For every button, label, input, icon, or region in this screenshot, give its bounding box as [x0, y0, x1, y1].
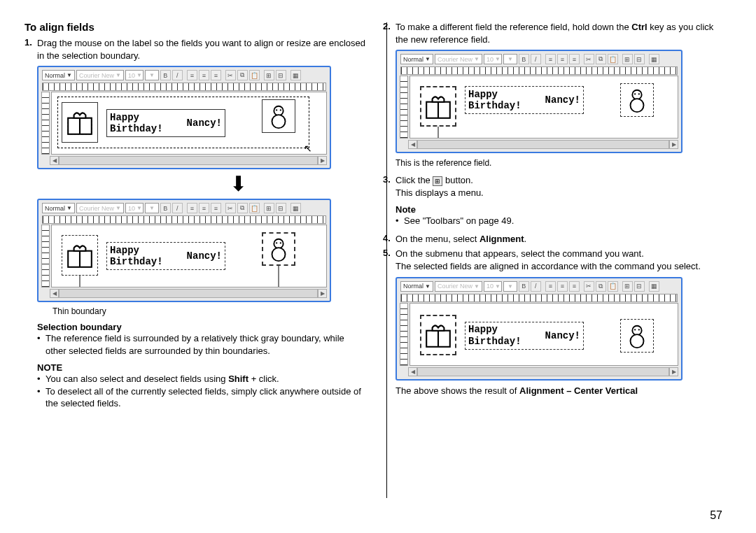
- step-number: 4.: [383, 233, 396, 246]
- screenshot-drag-selection: Normal▼ Courier New▼ 10▼ ▼ B / ≡ ≡ ≡ ✂ ⧉…: [37, 66, 331, 169]
- font-select: Courier New▼: [76, 203, 124, 213]
- vertical-ruler: [400, 76, 408, 138]
- label-canvas: Happy Birthday!Nancy!: [51, 225, 327, 287]
- horizontal-scrollbar: ◀▶: [408, 140, 678, 149]
- svg-point-9: [274, 239, 283, 248]
- svg-point-5: [276, 109, 277, 111]
- cut-icon: ✂: [225, 70, 236, 80]
- gift-icon: [65, 108, 94, 137]
- note-heading: Note: [396, 204, 726, 215]
- step-text: To make a different field the reference …: [396, 21, 726, 45]
- copy-icon: ⧉: [596, 281, 606, 292]
- horizontal-ruler: [42, 83, 326, 91]
- label-canvas: Happy Birthday!Nancy!: [410, 303, 678, 366]
- screenshot-alignment-result: Normal▼ Courier New▼ 10▼ ▼ B / ≡ ≡ ≡ ✂ ⧉…: [396, 277, 682, 381]
- gift-icon: [424, 92, 453, 121]
- section-heading: To align fields: [24, 21, 368, 33]
- tool-icon-2: ⊟: [276, 203, 286, 213]
- tool-icon: ⊞: [264, 70, 274, 80]
- align-left-icon: ≡: [187, 203, 197, 213]
- down-arrow-icon: ⬇: [108, 173, 368, 194]
- italic-icon: /: [172, 70, 183, 80]
- screenshot-selected: Normal▼ Courier New▼ 10▼ ▼ B / ≡ ≡ ≡ ✂ ⧉…: [37, 199, 331, 302]
- svg-point-10: [272, 248, 286, 261]
- horizontal-scrollbar: ◀▶: [408, 367, 678, 376]
- note-see-toolbars: See "Toolbars" on page 49.: [396, 215, 726, 227]
- style-select: Normal▼: [42, 70, 75, 80]
- copy-icon: ⧉: [237, 70, 248, 80]
- editor-toolbar: Normal▼ Courier New▼ 10▼ ▼ B / ≡ ≡ ≡ ✂ ⧉…: [40, 69, 328, 82]
- bold-icon: B: [519, 54, 529, 64]
- paste-icon: 📋: [608, 281, 618, 292]
- style-select: Normal▼: [400, 54, 433, 64]
- align-center-icon: ≡: [557, 281, 568, 292]
- gift-icon: [65, 241, 94, 270]
- selection-boundary-bullet: The reference field is surrounded by a r…: [37, 332, 368, 357]
- italic-icon: /: [531, 281, 541, 292]
- page-number: 57: [710, 509, 722, 522]
- paste-icon: 📋: [249, 203, 260, 213]
- gift-field: [62, 235, 98, 276]
- snowman-icon: [265, 236, 292, 262]
- svg-point-19: [631, 99, 644, 112]
- screenshot-reference-change: Normal▼ Courier New▼ 10▼ ▼ B / ≡ ≡ ≡ ✂ ⧉…: [396, 50, 682, 153]
- gift-field: [62, 102, 98, 143]
- result-caption: The above shows the result of Alignment …: [396, 385, 726, 397]
- snowman-field-reference: [262, 232, 295, 266]
- size-select: 10▼: [484, 281, 502, 292]
- editor-toolbar: Normal▼ Courier New▼ 10▼ ▼ B / ≡ ≡ ≡ ✂ ⧉…: [398, 52, 680, 66]
- align-left-icon: ≡: [545, 54, 556, 64]
- paste-icon: 📋: [608, 54, 618, 64]
- paste-icon: 📋: [249, 70, 260, 80]
- step-1: 1. Drag the mouse on the label so the fi…: [24, 37, 368, 62]
- bold-icon: B: [160, 203, 171, 213]
- tool-icon-3: ▦: [649, 54, 659, 64]
- size-select: 10▼: [484, 54, 502, 64]
- horizontal-ruler: [400, 294, 678, 302]
- step-text: Click the ⊞ button. This displays a menu…: [396, 174, 726, 199]
- tool-icon-3: ▦: [649, 281, 659, 292]
- svg-point-25: [632, 325, 641, 334]
- tool-icon-3: ▦: [290, 203, 301, 213]
- selection-boundary-heading: Selection boundary: [37, 322, 368, 332]
- cut-icon: ✂: [225, 203, 236, 213]
- copy-icon: ⧉: [596, 54, 606, 64]
- cut-icon: ✂: [584, 54, 594, 64]
- svg-point-28: [638, 329, 640, 330]
- blank-select: ▼: [145, 203, 159, 213]
- step-number: 2.: [383, 21, 396, 45]
- font-select: Courier New▼: [435, 281, 482, 292]
- text-field: Happy Birthday!Nancy!: [465, 86, 584, 114]
- blank-select: ▼: [503, 281, 517, 292]
- vertical-ruler: [41, 92, 50, 155]
- gift-field-reference: [420, 86, 456, 127]
- note-bullet-1: You can also select and deselect fields …: [37, 373, 368, 385]
- label-canvas: Happy Birthday!Nancy! ↖: [51, 92, 327, 155]
- svg-point-27: [634, 329, 636, 330]
- svg-point-11: [276, 242, 277, 243]
- step-text: On the menu, select Alignment.: [396, 233, 726, 246]
- align-right-icon: ≡: [569, 54, 580, 64]
- tool-icon-2: ⊟: [634, 281, 645, 292]
- horizontal-ruler: [400, 66, 678, 75]
- font-select: Courier New▼: [435, 54, 482, 64]
- step-number: 3.: [383, 174, 396, 199]
- svg-point-21: [638, 93, 640, 94]
- text-field: Happy Birthday!Nancy!: [465, 322, 584, 350]
- tool-icon: ⊞: [622, 281, 633, 292]
- text-field: Happy Birthday!Nancy!: [106, 109, 225, 137]
- align-left-icon: ≡: [187, 70, 197, 80]
- editor-toolbar: Normal▼ Courier New▼ 10▼ ▼ B / ≡ ≡ ≡ ✂ ⧉…: [40, 201, 328, 215]
- align-left-icon: ≡: [545, 281, 556, 292]
- tool-icon-3: ▦: [290, 70, 301, 80]
- reference-caption: This is the reference field.: [396, 157, 726, 169]
- note-bullet-2: To deselect all of the currently selecte…: [37, 385, 368, 410]
- horizontal-scrollbar: ◀▶: [50, 156, 327, 165]
- step-number: 5.: [383, 248, 396, 272]
- left-column: To align fields 1. Drag the mouse on the…: [24, 21, 368, 410]
- step-number: 1.: [24, 37, 37, 62]
- align-right-icon: ≡: [211, 203, 221, 213]
- tool-icon: ⊞: [264, 203, 274, 213]
- step-text: Drag the mouse on the label so the field…: [37, 37, 368, 62]
- align-center-icon: ≡: [557, 54, 568, 64]
